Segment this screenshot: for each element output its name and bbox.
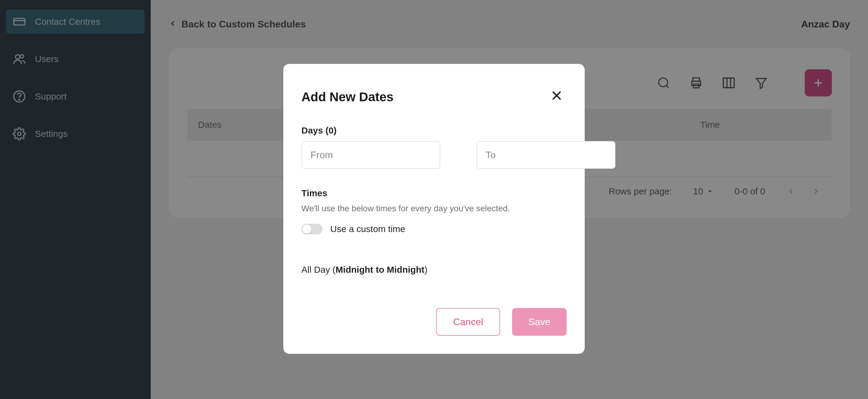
to-date-input[interactable]	[476, 141, 615, 169]
add-dates-dialog: Add New Dates Days (0) Times We'll use t…	[283, 64, 585, 354]
allday-prefix: All Day (	[301, 265, 336, 275]
cancel-button[interactable]: Cancel	[436, 308, 500, 336]
modal-overlay[interactable]: Add New Dates Days (0) Times We'll use t…	[0, 0, 868, 399]
custom-time-toggle[interactable]	[301, 224, 322, 235]
allday-text: All Day (Midnight to Midnight)	[301, 265, 567, 275]
dialog-actions: Cancel Save	[301, 308, 567, 336]
times-label: Times	[301, 188, 567, 198]
times-sublabel: We'll use the below times for every day …	[301, 204, 567, 213]
date-range-row	[301, 141, 567, 169]
allday-strong: Midnight to Midnight	[336, 265, 424, 275]
custom-time-toggle-row: Use a custom time	[301, 224, 567, 235]
days-label: Days (0)	[301, 125, 567, 135]
from-date-input[interactable]	[301, 141, 440, 169]
close-button[interactable]	[549, 87, 565, 104]
close-icon	[550, 89, 563, 102]
toggle-knob	[302, 224, 311, 234]
save-button[interactable]: Save	[512, 308, 567, 336]
dialog-title: Add New Dates	[301, 90, 567, 104]
toggle-label: Use a custom time	[330, 224, 405, 234]
allday-suffix: )	[424, 265, 427, 275]
